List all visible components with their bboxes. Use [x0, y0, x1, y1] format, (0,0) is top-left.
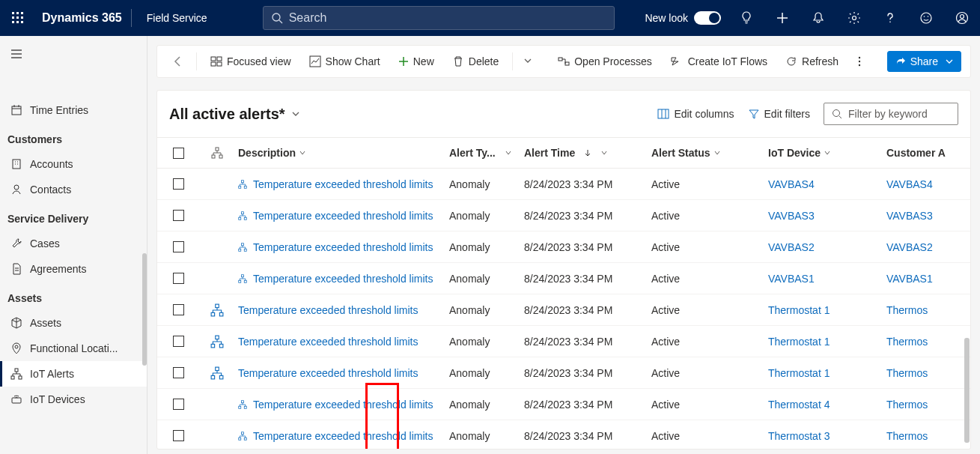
- sidebar-item-functional-locations[interactable]: Functional Locati...: [0, 336, 147, 361]
- sidebar-item-cut[interactable]: [0, 72, 147, 97]
- edit-columns-button[interactable]: Edit columns: [657, 108, 734, 120]
- customer-asset-link[interactable]: VAVBAS1: [886, 273, 933, 285]
- app-name[interactable]: Field Service: [135, 12, 219, 24]
- customer-asset-link[interactable]: VAVBAS2: [886, 241, 933, 253]
- customer-asset-link[interactable]: Thermos: [886, 336, 928, 348]
- global-search[interactable]: Search: [263, 6, 615, 30]
- keyword-filter-input[interactable]: Filter by keyword: [824, 103, 958, 125]
- hierarchy-icon[interactable]: [238, 400, 247, 409]
- column-iot-device[interactable]: IoT Device: [768, 147, 886, 159]
- description-link[interactable]: Temperature exceeded threshold limits: [253, 210, 433, 222]
- sidebar-item-accounts[interactable]: Accounts: [0, 151, 147, 177]
- brand-label[interactable]: Dynamics 365: [36, 11, 128, 25]
- customer-asset-link[interactable]: VAVBAS3: [886, 210, 933, 222]
- smiley-icon[interactable]: [908, 0, 944, 36]
- back-button[interactable]: [166, 49, 190, 73]
- customer-asset-link[interactable]: Thermos: [886, 430, 928, 442]
- hamburger-icon[interactable]: [0, 43, 147, 67]
- description-link[interactable]: Temperature exceeded threshold limits: [238, 304, 418, 316]
- hierarchy-icon[interactable]: [238, 274, 247, 283]
- overflow-chevron-icon[interactable]: [519, 55, 537, 68]
- focused-view-button[interactable]: Focused view: [203, 51, 299, 72]
- show-chart-button[interactable]: Show Chart: [302, 51, 388, 72]
- column-customer-asset[interactable]: Customer A: [886, 147, 946, 159]
- refresh-button[interactable]: Refresh: [778, 51, 846, 72]
- description-link[interactable]: Temperature exceeded threshold limits: [238, 336, 418, 348]
- sidebar-item-iot-devices[interactable]: IoT Devices: [0, 387, 147, 412]
- user-icon[interactable]: [944, 0, 980, 36]
- table-row[interactable]: Temperature exceeded threshold limitsAno…: [157, 263, 970, 294]
- iot-device-link[interactable]: VAVBAS4: [768, 178, 815, 190]
- gear-icon[interactable]: [836, 0, 872, 36]
- description-link[interactable]: Temperature exceeded threshold limits: [253, 430, 433, 442]
- lightbulb-icon[interactable]: [728, 0, 764, 36]
- description-link[interactable]: Temperature exceeded threshold limits: [253, 273, 433, 285]
- table-row[interactable]: Temperature exceeded threshold limitsAno…: [157, 420, 970, 450]
- edit-filters-button[interactable]: Edit filters: [748, 108, 810, 120]
- sidebar-item-time-entries[interactable]: Time Entries: [0, 97, 147, 123]
- iot-device-link[interactable]: VAVBAS1: [768, 273, 815, 285]
- sidebar-item-cases[interactable]: Cases: [0, 231, 147, 256]
- description-link[interactable]: Temperature exceeded threshold limits: [238, 367, 418, 379]
- sidebar-item-assets[interactable]: Assets: [0, 310, 147, 336]
- column-description[interactable]: Description: [235, 147, 449, 159]
- hierarchy-icon[interactable]: [238, 243, 247, 252]
- row-checkbox[interactable]: [157, 210, 199, 221]
- row-checkbox[interactable]: [157, 273, 199, 284]
- customer-asset-link[interactable]: Thermos: [886, 399, 928, 411]
- sidebar-item-agreements[interactable]: Agreements: [0, 256, 147, 282]
- iot-device-link[interactable]: Thermostat 3: [768, 430, 830, 442]
- new-button[interactable]: New: [391, 51, 442, 72]
- table-row[interactable]: Temperature exceeded threshold limitsAno…: [157, 200, 970, 231]
- iot-device-link[interactable]: Thermostat 4: [768, 399, 830, 411]
- hierarchy-column-icon[interactable]: [199, 147, 235, 159]
- iot-device-link[interactable]: VAVBAS3: [768, 210, 815, 222]
- hierarchy-icon[interactable]: [199, 335, 235, 348]
- row-checkbox[interactable]: [157, 399, 199, 410]
- grid-scrollbar[interactable]: [964, 338, 970, 443]
- share-button[interactable]: Share: [887, 51, 961, 72]
- sidebar-scrollbar[interactable]: [142, 253, 147, 366]
- customer-asset-link[interactable]: Thermos: [886, 304, 928, 316]
- row-checkbox[interactable]: [157, 336, 199, 347]
- view-selector[interactable]: All active alerts*: [169, 106, 300, 123]
- row-checkbox[interactable]: [157, 367, 199, 378]
- description-link[interactable]: Temperature exceeded threshold limits: [253, 241, 433, 253]
- customer-asset-link[interactable]: VAVBAS4: [886, 178, 933, 190]
- row-checkbox[interactable]: [157, 430, 199, 441]
- hierarchy-icon[interactable]: [238, 211, 247, 220]
- row-checkbox[interactable]: [157, 304, 199, 315]
- help-icon[interactable]: [872, 0, 908, 36]
- description-link[interactable]: Temperature exceeded threshold limits: [253, 178, 433, 190]
- hierarchy-icon[interactable]: [199, 303, 235, 317]
- hierarchy-icon[interactable]: [199, 366, 235, 380]
- customer-asset-link[interactable]: Thermos: [886, 367, 928, 379]
- table-row[interactable]: Temperature exceeded threshold limitsAno…: [157, 294, 970, 326]
- table-row[interactable]: Temperature exceeded threshold limitsAno…: [157, 231, 970, 263]
- delete-button[interactable]: Delete: [445, 51, 506, 72]
- table-row[interactable]: Temperature exceeded threshold limitsAno…: [157, 357, 970, 389]
- open-processes-button[interactable]: Open Processes: [550, 51, 660, 72]
- select-all-checkbox[interactable]: [157, 148, 199, 159]
- hierarchy-icon[interactable]: [238, 180, 247, 189]
- new-look-toggle[interactable]: New look: [637, 11, 728, 25]
- hierarchy-icon[interactable]: [238, 432, 247, 441]
- table-row[interactable]: Temperature exceeded threshold limitsAno…: [157, 169, 970, 200]
- iot-device-link[interactable]: Thermostat 1: [768, 336, 830, 348]
- sidebar-item-iot-alerts[interactable]: IoT Alerts: [0, 361, 147, 387]
- bell-icon[interactable]: [800, 0, 836, 36]
- more-commands-icon[interactable]: [850, 51, 868, 72]
- column-alert-time[interactable]: Alert Time: [524, 147, 651, 159]
- create-iot-flows-button[interactable]: Create IoT Flows: [663, 51, 775, 72]
- table-row[interactable]: Temperature exceeded threshold limitsAno…: [157, 389, 970, 420]
- iot-device-link[interactable]: Thermostat 1: [768, 367, 830, 379]
- description-link[interactable]: Temperature exceeded threshold limits: [253, 399, 433, 411]
- plus-icon[interactable]: [764, 0, 800, 36]
- column-alert-status[interactable]: Alert Status: [651, 147, 768, 159]
- app-launcher-icon[interactable]: [0, 12, 36, 24]
- row-checkbox[interactable]: [157, 241, 199, 252]
- sidebar-item-contacts[interactable]: Contacts: [0, 177, 147, 202]
- iot-device-link[interactable]: Thermostat 1: [768, 304, 830, 316]
- column-alert-type[interactable]: Alert Ty...: [449, 147, 524, 159]
- row-checkbox[interactable]: [157, 178, 199, 190]
